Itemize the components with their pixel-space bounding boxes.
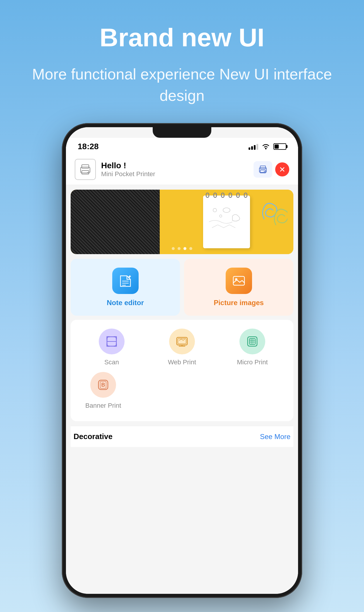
status-icons xyxy=(249,143,286,150)
phone-mockup: 18:28 xyxy=(62,123,302,598)
banner-left-panel xyxy=(71,190,160,254)
banner-print-tool[interactable]: B Banner Print xyxy=(85,372,121,409)
notch xyxy=(153,127,211,138)
banner-right-panel xyxy=(160,190,293,254)
bottom-bar-label: Decorative xyxy=(74,432,113,441)
svg-rect-28 xyxy=(249,339,255,344)
status-bar: 18:28 xyxy=(66,138,298,154)
print-button[interactable] xyxy=(254,161,272,178)
status-time: 18:28 xyxy=(78,142,99,151)
scan-label: Scan xyxy=(104,358,119,366)
notebook-prop xyxy=(203,195,250,248)
micro-print-icon xyxy=(245,334,259,348)
note-editor-card[interactable]: Note editor xyxy=(71,259,180,316)
close-button[interactable] xyxy=(275,162,289,176)
scan-icon xyxy=(105,334,119,348)
micro-print-icon-circle xyxy=(239,329,265,354)
web-print-label: Web Print xyxy=(168,358,196,366)
web-print-tool[interactable]: Web Print xyxy=(164,329,200,366)
tools-row-2: B Banner Print xyxy=(76,372,288,409)
main-subtitle: More functional experience New UI interf… xyxy=(0,64,364,106)
note-editor-icon-bg xyxy=(112,268,139,294)
device-info: Hello ! Mini Pocket Printer xyxy=(75,159,155,180)
battery-icon xyxy=(273,143,286,150)
signal-icon xyxy=(249,143,258,150)
bottom-bar: Decorative See More xyxy=(71,426,293,447)
tools-section: Scan xyxy=(71,320,293,421)
phone-screen: 18:28 xyxy=(66,127,298,594)
scan-tool[interactable]: Scan xyxy=(94,329,129,366)
see-more-link[interactable]: See More xyxy=(260,433,290,441)
banner-carousel[interactable] xyxy=(71,190,293,254)
printer-thumbnail xyxy=(75,159,96,180)
carousel-dot-4 xyxy=(189,247,192,250)
picture-images-icon-bg xyxy=(226,268,252,294)
carousel-dots xyxy=(172,247,192,250)
carousel-dot-3 xyxy=(183,247,186,250)
scan-icon-circle xyxy=(99,329,125,354)
svg-point-15 xyxy=(223,208,230,212)
device-name: Hello ! xyxy=(101,161,155,170)
svg-text:B: B xyxy=(101,382,105,388)
header-actions xyxy=(254,161,289,178)
svg-rect-27 xyxy=(248,337,257,346)
svg-point-0 xyxy=(265,148,267,149)
close-icon xyxy=(279,166,285,172)
print-icon xyxy=(258,165,268,174)
app-header: Hello ! Mini Pocket Printer xyxy=(66,154,298,185)
note-editor-label: Note editor xyxy=(107,299,144,307)
svg-rect-2 xyxy=(82,165,89,168)
device-model: Mini Pocket Printer xyxy=(101,170,155,178)
device-text: Hello ! Mini Pocket Printer xyxy=(101,161,155,178)
notebook-doodle xyxy=(206,201,247,239)
banner-print-icon-circle: B xyxy=(90,372,116,398)
carousel-dot-2 xyxy=(178,247,181,250)
picture-images-label: Picture images xyxy=(214,299,264,307)
web-print-icon-circle xyxy=(169,329,195,354)
web-print-icon xyxy=(175,334,189,348)
wifi-icon xyxy=(262,143,270,150)
printer-small-icon xyxy=(79,163,92,176)
phone-outer-shell: 18:28 xyxy=(62,123,302,598)
micro-print-label: Micro Print xyxy=(237,358,268,366)
micro-print-tool[interactable]: Micro Print xyxy=(235,329,270,366)
banner-print-label: Banner Print xyxy=(85,402,121,409)
picture-images-icon xyxy=(232,273,246,288)
note-editor-icon xyxy=(118,273,133,288)
main-title: Brand new UI xyxy=(0,23,364,52)
svg-point-14 xyxy=(220,215,222,217)
app-screen: 18:28 xyxy=(66,127,298,594)
tools-row-1: Scan xyxy=(76,329,288,366)
feature-cards-grid: Note editor Picture images xyxy=(71,259,293,316)
banner-content xyxy=(71,190,293,254)
carousel-dot-1 xyxy=(172,247,175,250)
page-header: Brand new UI More functional experience … xyxy=(0,0,364,106)
picture-images-card[interactable]: Picture images xyxy=(184,259,293,316)
svg-point-13 xyxy=(213,208,217,212)
banner-print-icon: B xyxy=(96,378,110,392)
paper-clips-icon xyxy=(258,195,288,231)
